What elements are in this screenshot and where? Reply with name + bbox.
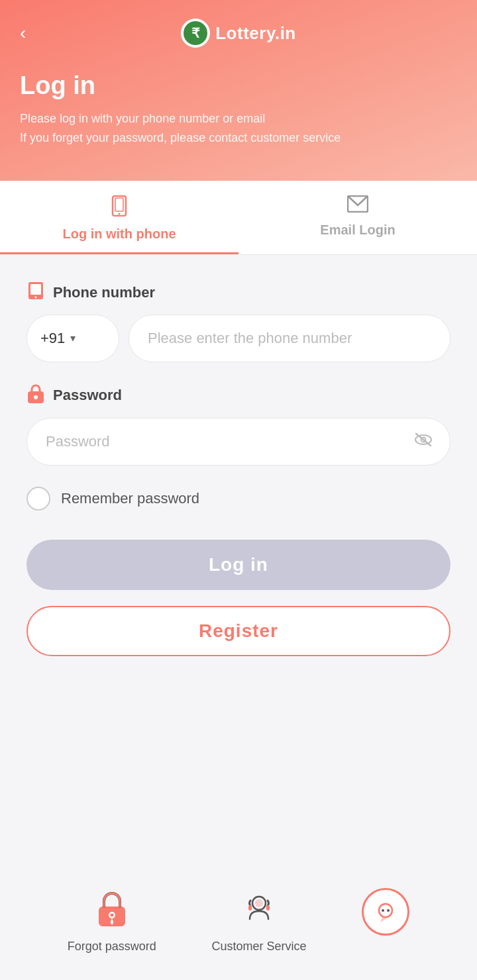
login-button[interactable]: Log in bbox=[26, 540, 450, 590]
phone-section: Phone number +91 ▾ bbox=[26, 281, 450, 362]
password-section: Password bbox=[26, 383, 450, 466]
svg-rect-4 bbox=[115, 198, 123, 211]
password-input[interactable] bbox=[26, 418, 450, 466]
back-icon: ‹ bbox=[20, 23, 26, 43]
email-tab-icon bbox=[347, 195, 368, 217]
svg-rect-22 bbox=[266, 905, 270, 910]
header: ‹ ₹ Lottery.in Log in Please log in with… bbox=[0, 0, 477, 181]
remember-row: Remember password bbox=[26, 487, 450, 511]
svg-point-18 bbox=[110, 914, 113, 917]
svg-point-23 bbox=[379, 904, 392, 917]
tab-email[interactable]: Email Login bbox=[238, 181, 477, 254]
page-title: Log in bbox=[20, 72, 457, 100]
password-label-text: Password bbox=[53, 387, 122, 404]
password-field-label: Password bbox=[26, 383, 450, 407]
svg-point-25 bbox=[387, 909, 390, 912]
customer-service-label: Customer Service bbox=[212, 940, 307, 954]
chevron-down-icon: ▾ bbox=[70, 332, 76, 344]
svg-text:₹: ₹ bbox=[191, 26, 200, 40]
country-code-selector[interactable]: +91 ▾ bbox=[26, 315, 119, 362]
tab-phone[interactable]: Log in with phone bbox=[0, 181, 238, 254]
svg-point-24 bbox=[382, 909, 384, 912]
password-wrapper bbox=[26, 418, 450, 466]
phone-row: +91 ▾ bbox=[26, 315, 450, 362]
svg-point-20 bbox=[255, 899, 263, 907]
svg-point-12 bbox=[34, 395, 38, 399]
header-subtitle: Please log in with your phone number or … bbox=[20, 109, 457, 148]
customer-service-icon bbox=[238, 888, 280, 930]
svg-point-9 bbox=[35, 296, 37, 298]
toggle-password-icon[interactable] bbox=[413, 432, 433, 451]
logo: ₹ Lottery.in bbox=[181, 19, 296, 48]
phone-tab-icon bbox=[110, 195, 129, 221]
phone-field-label: Phone number bbox=[26, 281, 450, 304]
chat-bubble-icon[interactable] bbox=[362, 888, 409, 936]
register-button[interactable]: Register bbox=[26, 606, 450, 656]
lock-label-icon bbox=[26, 383, 45, 407]
logo-text: Lottery.in bbox=[215, 23, 296, 44]
tab-phone-label: Log in with phone bbox=[62, 226, 176, 242]
svg-rect-8 bbox=[30, 284, 41, 295]
form-area: Phone number +91 ▾ bbox=[0, 255, 477, 859]
footer-links: Forgot password Customer Service bbox=[0, 859, 477, 980]
customer-service-link[interactable]: Customer Service bbox=[212, 888, 307, 954]
tab-email-label: Email Login bbox=[320, 222, 395, 238]
forgot-password-label: Forgot password bbox=[68, 940, 156, 954]
phone-label-text: Phone number bbox=[53, 284, 155, 301]
tab-bar: Log in with phone Email Login bbox=[0, 181, 477, 255]
main-content: Log in with phone Email Login bbox=[0, 181, 477, 980]
phone-input[interactable] bbox=[129, 315, 450, 362]
back-button[interactable]: ‹ bbox=[20, 24, 26, 42]
logo-icon: ₹ bbox=[181, 19, 210, 48]
country-code-value: +91 bbox=[40, 330, 65, 347]
phone-label-icon bbox=[26, 281, 45, 304]
forgot-password-link[interactable]: Forgot password bbox=[68, 888, 156, 954]
forgot-password-icon bbox=[91, 888, 133, 930]
remember-label: Remember password bbox=[61, 490, 199, 507]
svg-point-5 bbox=[119, 213, 121, 215]
remember-checkbox[interactable] bbox=[26, 487, 50, 511]
svg-rect-21 bbox=[248, 905, 252, 910]
